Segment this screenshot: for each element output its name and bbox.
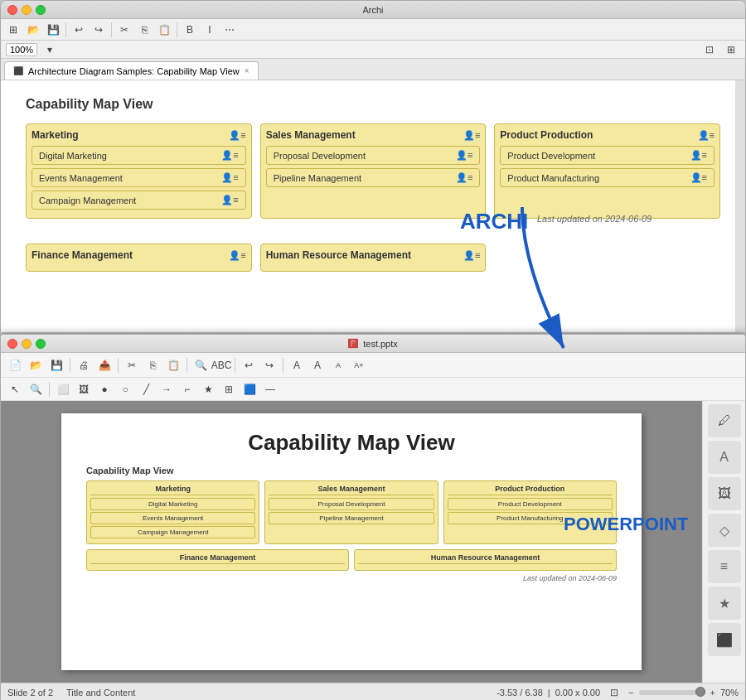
connector-icon[interactable]: ⌐ — [178, 380, 196, 398]
arrow-icon[interactable]: → — [157, 380, 176, 398]
sep — [70, 358, 70, 373]
zoom-tool-icon[interactable]: 🔍 — [27, 380, 45, 398]
person-icon: 👤≡ — [463, 130, 480, 141]
archi-scrollbar[interactable] — [735, 80, 745, 332]
ppt-maximize-button[interactable] — [36, 339, 46, 349]
open-file-icon[interactable]: 📂 — [27, 356, 45, 374]
digital-marketing-item: Digital Marketing 👤≡ — [31, 146, 246, 165]
copy-icon[interactable]: ⎘ — [143, 356, 162, 374]
font-size-grow-icon[interactable]: A+ — [350, 356, 368, 374]
product-manufacturing-item: Product Manufacturing 👤≡ — [500, 168, 715, 187]
zoom-plus-btn[interactable]: + — [710, 688, 715, 698]
ppt-file-icon: 🅿 — [348, 338, 358, 350]
archi-title: Archi — [362, 5, 383, 15]
ppt-minimize-button[interactable] — [22, 339, 31, 349]
slide-pipeline-mgmt: Pipeline Management — [269, 512, 434, 524]
pointer-icon[interactable]: ↖ — [6, 380, 24, 398]
tab-close-icon[interactable]: × — [245, 66, 249, 75]
cut-icon[interactable]: ✂ — [123, 356, 141, 374]
right-panel-btn-1[interactable]: 🖊 — [708, 404, 741, 437]
paste-icon[interactable]: 📋 — [155, 21, 173, 39]
minimize-button[interactable] — [22, 5, 31, 15]
fill-color-icon[interactable]: 🟦 — [240, 380, 259, 398]
person-icon: 👤≡ — [229, 250, 245, 261]
person-icon: 👤≡ — [690, 150, 707, 161]
font-size-small-icon[interactable]: A — [329, 356, 347, 374]
fit-page-icon[interactable]: ⊡ — [700, 41, 719, 59]
last-updated-archi: Last updated on 2024-06-09 — [537, 214, 652, 224]
grid-icon[interactable]: ⊞ — [722, 41, 740, 59]
zoom-minus-btn[interactable]: − — [628, 688, 633, 698]
shapes-icon[interactable]: ● — [95, 380, 114, 398]
ppt-close-button[interactable] — [7, 339, 17, 349]
zoom-thumb[interactable] — [695, 687, 705, 697]
pipeline-management-item: Pipeline Management 👤≡ — [266, 168, 481, 187]
slide-campaign-management: Campaign Management — [90, 526, 255, 538]
print-icon[interactable]: 🖨 — [75, 356, 93, 374]
sales-management-header: Sales Management 👤≡ — [266, 129, 481, 141]
slide-layout: Title and Content — [66, 688, 135, 698]
font-color-icon[interactable]: A — [288, 356, 306, 374]
ppt-statusbar: Slide 2 of 2 Title and Content -3.53 / 6… — [1, 683, 745, 700]
star-icon[interactable]: ★ — [199, 380, 217, 398]
zoom-selector[interactable]: 100% — [6, 43, 37, 56]
status-left: Slide 2 of 2 Title and Content — [7, 688, 135, 698]
right-panel-btn-4[interactable]: ◇ — [708, 514, 741, 547]
text-box-icon[interactable]: ⬜ — [54, 380, 72, 398]
coords-sep: | — [548, 688, 550, 698]
marketing-box: Marketing 👤≡ Digital Marketing 👤≡ Events… — [26, 123, 252, 219]
ppt-slide: Capability Map View Capability Map View … — [61, 413, 642, 670]
right-panel-btn-6[interactable]: ★ — [708, 587, 741, 620]
new-file-icon[interactable]: 📄 — [6, 356, 24, 374]
sep3 — [177, 22, 177, 37]
circle-icon[interactable]: ○ — [116, 380, 134, 398]
more-shapes-icon[interactable]: ⊞ — [220, 380, 238, 398]
font-size-large-icon[interactable]: A — [308, 356, 327, 374]
new-icon[interactable]: ⊞ — [4, 21, 22, 39]
copy-icon[interactable]: ⎘ — [135, 21, 153, 39]
slide-marketing-box: Marketing Digital Marketing Events Manag… — [86, 480, 259, 544]
export-icon[interactable]: 📤 — [95, 356, 114, 374]
right-panel-btn-5[interactable]: ≡ — [708, 550, 741, 583]
undo-icon[interactable]: ↩ — [240, 356, 258, 374]
slide-finance-header: Finance Management — [90, 553, 345, 564]
slide-number: Slide 2 of 2 — [7, 688, 53, 698]
close-button[interactable] — [7, 5, 17, 15]
more-icon[interactable]: ⋯ — [220, 21, 239, 39]
archi-tab-bar: ⬛ Architecture Diagram Samples: Capabili… — [1, 59, 745, 80]
redo-icon[interactable]: ↪ — [90, 21, 108, 39]
paste-icon[interactable]: 📋 — [164, 356, 182, 374]
image-icon[interactable]: 🖼 — [75, 380, 93, 398]
zoom-controls[interactable]: ▾ — [41, 41, 59, 59]
tab-diagram-icon: ⬛ — [13, 66, 23, 75]
maximize-button[interactable] — [36, 5, 46, 15]
save-file-icon[interactable]: 💾 — [47, 356, 65, 374]
zoom-slider[interactable] — [639, 690, 705, 695]
archi-tab[interactable]: ⬛ Architecture Diagram Samples: Capabili… — [4, 61, 259, 80]
ppt-title: 🅿 test.pptx — [348, 338, 398, 350]
save-icon[interactable]: 💾 — [44, 21, 62, 39]
spellcheck-icon[interactable]: ABC — [212, 356, 230, 374]
person-icon: 👤≡ — [690, 172, 707, 183]
line-style-icon[interactable]: — — [261, 380, 279, 398]
cut-icon[interactable]: ✂ — [115, 21, 133, 39]
right-panel-btn-3[interactable]: 🖼 — [708, 477, 741, 510]
italic-icon[interactable]: I — [201, 21, 219, 39]
hr-management-box: Human Resource Management 👤≡ — [260, 244, 487, 272]
fit-slide-icon[interactable]: ⊡ — [605, 683, 623, 701]
open-icon[interactable]: 📂 — [24, 21, 42, 39]
right-panel-btn-2[interactable]: A — [708, 441, 741, 474]
bold-icon[interactable]: B — [181, 21, 199, 39]
sales-management-box: Sales Management 👤≡ Proposal Development… — [260, 123, 487, 219]
slide-bottom-row: Finance Management Human Resource Manage… — [86, 549, 617, 571]
line-icon[interactable]: ╱ — [137, 380, 155, 398]
redo-icon[interactable]: ↪ — [260, 356, 279, 374]
undo-icon[interactable]: ↩ — [70, 21, 88, 39]
bottom-row-grid: Finance Management 👤≡ Human Resource Man… — [26, 244, 720, 272]
right-panel-btn-7[interactable]: ⬛ — [708, 623, 741, 656]
status-right: -3.53 / 6.38 | 0.00 x 0.00 ⊡ − + 70% — [497, 683, 739, 701]
person-icon: 👤≡ — [456, 172, 472, 183]
ppt-toolbar-2: ↖ 🔍 ⬜ 🖼 ● ○ ╱ → ⌐ ★ ⊞ 🟦 — — [1, 378, 745, 401]
find-icon[interactable]: 🔍 — [191, 356, 210, 374]
slide-hr-box: Human Resource Management — [354, 549, 617, 571]
